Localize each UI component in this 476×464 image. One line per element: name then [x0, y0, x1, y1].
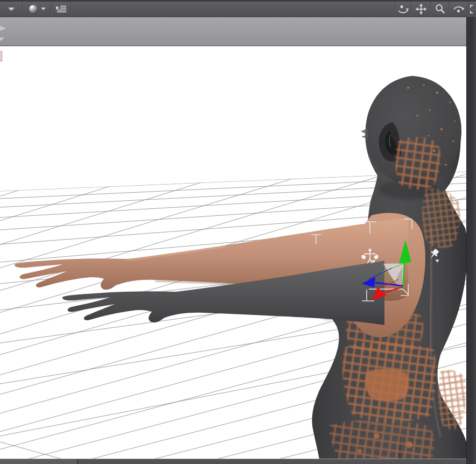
bottom-bar-divider[interactable]	[77, 459, 78, 464]
chevron-down-icon	[41, 8, 46, 10]
left-edge-marker	[0, 51, 2, 61]
sphere-icon	[27, 3, 47, 15]
viewport-3d[interactable]	[0, 46, 466, 459]
orbit-icon	[397, 3, 410, 15]
bottom-bar-left-segment	[0, 459, 77, 464]
orbit-camera-button[interactable]	[396, 2, 411, 17]
pan-arrows-icon	[415, 3, 427, 15]
rotate-camera-button[interactable]	[450, 2, 468, 17]
zoom-camera-button[interactable]	[431, 2, 449, 17]
eyelash-detail	[361, 128, 368, 139]
tool-dropdown-button[interactable]	[0, 2, 22, 17]
outline-list-icon	[55, 4, 67, 15]
toolbar-separator	[70, 2, 71, 17]
chevron-down-icon	[8, 7, 15, 11]
toolbar-right-group	[395, 2, 476, 17]
right-panel-edge-highlight	[473, 17, 476, 464]
buttock-patch	[330, 420, 435, 459]
toolbar-left-group	[0, 2, 71, 17]
hip-patch	[438, 370, 466, 430]
nape-patch	[395, 137, 440, 189]
corner-brackets-icon	[470, 4, 476, 14]
right-panel-edge[interactable]	[466, 17, 476, 464]
main-toolbar	[0, 0, 476, 17]
bottom-bar	[0, 459, 466, 464]
shoulderblade-patch	[422, 188, 460, 248]
secondary-toolbar	[0, 17, 466, 46]
rotate-arrow-icon	[452, 3, 465, 15]
pan-camera-button[interactable]	[412, 2, 430, 17]
frame-camera-button[interactable]	[469, 2, 476, 17]
scene-outline-button[interactable]	[52, 2, 70, 17]
shading-style-button[interactable]	[23, 2, 51, 17]
app-window	[0, 0, 476, 464]
scene-svg[interactable]	[0, 46, 466, 459]
midback-solid-patch	[366, 369, 409, 401]
node-cursor-icon[interactable]	[0, 23, 10, 43]
magnifier-icon	[434, 3, 446, 15]
